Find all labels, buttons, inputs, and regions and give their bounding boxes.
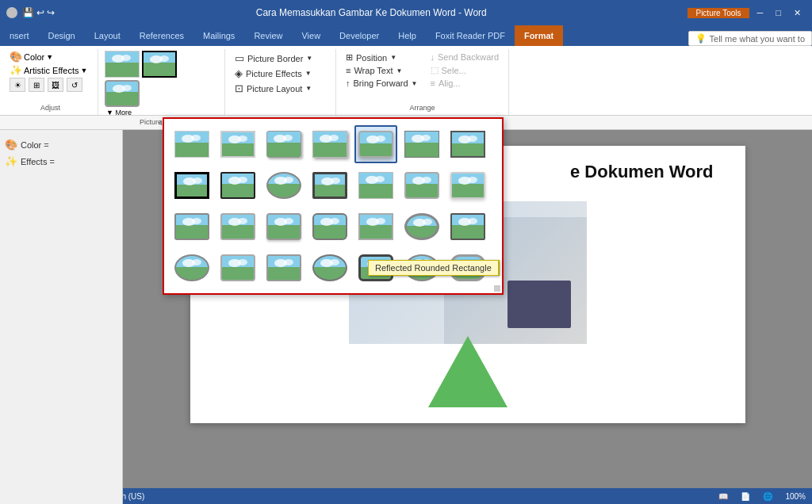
adjust-group-label: Adjust bbox=[10, 104, 91, 113]
bring-forward-btn[interactable]: ↑ Bring Forward ▼ bbox=[343, 77, 421, 90]
align-icon: ≡ bbox=[431, 78, 435, 88]
tab-insert[interactable]: nsert bbox=[0, 25, 38, 46]
title-bar: 💾 ↩ ↪ Cara Memasukkan Gambar Ke Dokumen … bbox=[0, 0, 812, 25]
style-item-23[interactable] bbox=[216, 249, 259, 287]
color-icon: 🎨 bbox=[5, 139, 17, 151]
compress-pictures-icon[interactable]: ⊞ bbox=[29, 78, 44, 92]
tab-developer[interactable]: Developer bbox=[330, 25, 389, 46]
style-preview-3[interactable] bbox=[105, 80, 140, 107]
tab-review[interactable]: Review bbox=[244, 25, 292, 46]
style-item-10[interactable] bbox=[262, 166, 305, 204]
view-mode-web[interactable]: 🌐 bbox=[763, 492, 772, 501]
style-tooltip-popup: Reflected Rounded Rectangle bbox=[368, 260, 499, 276]
style-item-20[interactable] bbox=[400, 208, 443, 246]
tab-layout[interactable]: Layout bbox=[85, 25, 130, 46]
style-item-22[interactable] bbox=[170, 249, 213, 287]
green-triangle-decoration bbox=[428, 336, 508, 407]
view-mode-read[interactable]: 📖 bbox=[718, 492, 728, 501]
picture-tools-group-label bbox=[232, 112, 329, 113]
tab-references[interactable]: References bbox=[130, 25, 193, 46]
send-backward-btn[interactable]: ↓ Send Backward bbox=[427, 51, 503, 63]
picture-border-icon: ▭ bbox=[235, 52, 244, 64]
effects-item[interactable]: ✨ Effects = bbox=[5, 153, 117, 170]
style-item-8[interactable] bbox=[170, 166, 213, 204]
arrange-group-label: Arrange bbox=[343, 104, 502, 113]
picture-effects-btn[interactable]: ◈ Picture Effects ▼ bbox=[232, 66, 315, 81]
style-item-7[interactable] bbox=[446, 125, 489, 163]
tell-me-search[interactable]: 💡 Tell me what you want to bbox=[688, 31, 812, 46]
tab-help[interactable]: Help bbox=[389, 25, 426, 46]
artistic-effects-btn[interactable]: ✨ Artistic Effects ▼ bbox=[10, 64, 87, 76]
picture-styles-mini-gallery bbox=[105, 51, 200, 107]
search-placeholder: Tell me what you want to bbox=[710, 34, 805, 44]
ribbon-tabs-row: nsert Design Layout References Mailings … bbox=[0, 25, 812, 46]
style-item-5[interactable] bbox=[354, 125, 397, 163]
picture-border-btn[interactable]: ▭ Picture Border ▼ bbox=[232, 51, 316, 66]
align-btn[interactable]: ≡ Alig... bbox=[427, 77, 503, 90]
quick-access-toolbar: 💾 ↩ ↪ bbox=[22, 7, 55, 18]
tab-format[interactable]: Format bbox=[515, 25, 563, 46]
wrap-text-icon: ≡ bbox=[346, 66, 350, 75]
style-item-11[interactable] bbox=[308, 166, 351, 204]
tab-mailings[interactable]: Mailings bbox=[193, 25, 244, 46]
style-item-12[interactable]: Reflected Rounded Rectangle bbox=[354, 166, 397, 204]
save-icon[interactable]: 💾 bbox=[22, 7, 34, 18]
select-btn[interactable]: ⬚ Sele... bbox=[427, 63, 503, 77]
close-btn[interactable]: ✕ bbox=[789, 8, 806, 18]
tab-foxit[interactable]: Foxit Reader PDF bbox=[426, 25, 515, 46]
undo-icon[interactable]: ↩ bbox=[36, 7, 44, 18]
wrap-text-btn[interactable]: ≡ Wrap Text ▼ bbox=[343, 64, 421, 77]
tab-design[interactable]: Design bbox=[38, 25, 84, 46]
style-item-21[interactable] bbox=[446, 208, 489, 246]
style-item-24[interactable] bbox=[262, 249, 305, 287]
send-backward-icon: ↓ bbox=[431, 52, 435, 62]
change-picture-icon[interactable]: 🖼 bbox=[48, 78, 63, 92]
position-btn[interactable]: ⊞ Position ▼ bbox=[343, 51, 421, 64]
style-item-16[interactable] bbox=[216, 208, 259, 246]
style-item-4[interactable] bbox=[308, 125, 351, 163]
style-item-14[interactable] bbox=[446, 166, 489, 204]
window-controls: Picture Tools ─ □ ✕ bbox=[688, 8, 806, 18]
style-item-13[interactable] bbox=[400, 166, 443, 204]
view-mode-print[interactable]: 📄 bbox=[741, 492, 750, 501]
style-item-1[interactable] bbox=[170, 125, 213, 163]
arrange-group: ⊞ Position ▼ ≡ Wrap Text ▼ ↑ Bring Forwa… bbox=[336, 49, 509, 115]
minimize-btn[interactable]: ─ bbox=[753, 8, 768, 17]
tab-view[interactable]: View bbox=[292, 25, 330, 46]
picture-layout-icon: ⊡ bbox=[235, 82, 243, 94]
lightbulb-icon: 💡 bbox=[695, 33, 707, 44]
style-item-25[interactable] bbox=[308, 249, 351, 287]
effects-icon: ✨ bbox=[5, 155, 17, 167]
resize-handle[interactable] bbox=[494, 285, 500, 292]
select-icon: ⬚ bbox=[431, 65, 439, 75]
style-preview-2[interactable] bbox=[142, 51, 177, 78]
title-bar-left: 💾 ↩ ↪ bbox=[6, 7, 55, 18]
color-item[interactable]: 🎨 Color = bbox=[5, 136, 117, 153]
picture-layout-btn[interactable]: ⊡ Picture Layout ▼ bbox=[232, 81, 315, 96]
adjust-icons-row: ☀ ⊞ 🖼 ↺ bbox=[10, 78, 82, 92]
bring-forward-icon: ↑ bbox=[346, 78, 350, 88]
style-item-2[interactable] bbox=[216, 125, 259, 163]
picture-tools-label: Picture Tools bbox=[688, 8, 749, 18]
redo-icon[interactable]: ↪ bbox=[47, 7, 55, 18]
more-styles-btn[interactable]: ▼ More bbox=[105, 107, 133, 118]
window-title: Cara Memasukkan Gambar Ke Dokumen Word -… bbox=[55, 7, 688, 18]
style-item-3[interactable] bbox=[262, 125, 305, 163]
doc-title: e Dokumen Word bbox=[570, 162, 714, 182]
window-icon[interactable] bbox=[6, 7, 17, 18]
style-item-18[interactable] bbox=[308, 208, 351, 246]
maximize-btn[interactable]: □ bbox=[771, 8, 786, 17]
picture-styles-group: ▼ More Picture Styles bbox=[98, 49, 225, 115]
style-item-9[interactable] bbox=[216, 166, 259, 204]
corrections-icon[interactable]: ☀ bbox=[10, 78, 25, 92]
zoom-level: 100% bbox=[785, 492, 806, 501]
reset-picture-icon[interactable]: ↺ bbox=[67, 78, 82, 92]
picture-tools-group: ▭ Picture Border ▼ ◈ Picture Effects ▼ ⊡… bbox=[225, 49, 336, 115]
style-item-6[interactable] bbox=[400, 125, 443, 163]
style-item-15[interactable] bbox=[170, 208, 213, 246]
ribbon: 🎨 Color ▼ ✨ Artistic Effects ▼ ☀ ⊞ 🖼 ↺ A… bbox=[0, 46, 812, 116]
style-item-17[interactable] bbox=[262, 208, 305, 246]
style-preview-1[interactable] bbox=[105, 51, 140, 78]
color-btn[interactable]: 🎨 Color ▼ bbox=[10, 51, 53, 63]
style-item-19[interactable] bbox=[354, 208, 397, 246]
